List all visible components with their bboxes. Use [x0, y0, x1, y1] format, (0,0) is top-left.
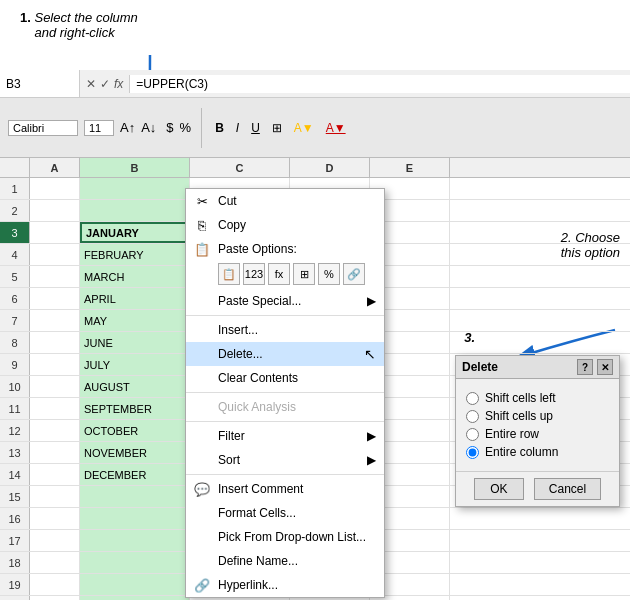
font-color-button[interactable]: A▼ — [323, 120, 349, 136]
sort-label: Sort — [218, 453, 359, 467]
dialog-help-icon[interactable]: ? — [577, 359, 593, 375]
cell-a15[interactable] — [30, 486, 80, 507]
cell-b15[interactable] — [80, 486, 190, 507]
font-name[interactable]: Calibri — [8, 120, 78, 136]
cell-b14[interactable]: DECEMBER — [80, 464, 190, 485]
confirm-icon[interactable]: ✓ — [100, 77, 110, 91]
radio-shift-up[interactable]: Shift cells up — [466, 409, 609, 423]
cell-a14[interactable] — [30, 464, 80, 485]
cut-icon: ✂ — [194, 193, 210, 209]
cell-b3[interactable]: JANUARY — [80, 222, 190, 243]
fx-icon[interactable]: fx — [114, 77, 123, 91]
col-header-e[interactable]: E — [370, 158, 450, 177]
cell-a2[interactable] — [30, 200, 80, 221]
radio-entire-row[interactable]: Entire row — [466, 427, 609, 441]
italic-button[interactable]: I — [233, 120, 242, 136]
clear-contents-label: Clear Contents — [218, 371, 376, 385]
cell-a11[interactable] — [30, 398, 80, 419]
cell-a5[interactable] — [30, 266, 80, 287]
cell-a13[interactable] — [30, 442, 80, 463]
menu-item-insert[interactable]: Insert... — [186, 318, 384, 342]
paste-btn-1[interactable]: 📋 — [218, 263, 240, 285]
paste-btn-2[interactable]: 123 — [243, 263, 265, 285]
radio-entire-row-input[interactable] — [466, 428, 479, 441]
cell-b12[interactable]: OCTOBER — [80, 420, 190, 441]
menu-item-pick-dropdown[interactable]: Pick From Drop-down List... — [186, 525, 384, 549]
menu-item-sort[interactable]: Sort ▶ — [186, 448, 384, 472]
menu-item-clear-contents[interactable]: Clear Contents — [186, 366, 384, 390]
cell-b2[interactable] — [80, 200, 190, 221]
row-number: 5 — [0, 266, 30, 287]
percent-icon[interactable]: % — [180, 120, 192, 135]
cell-a3[interactable] — [30, 222, 80, 243]
comment-icon: 💬 — [194, 481, 210, 497]
menu-item-hyperlink[interactable]: 🔗 Hyperlink... — [186, 573, 384, 597]
menu-item-format-cells[interactable]: Format Cells... — [186, 501, 384, 525]
menu-item-insert-comment[interactable]: 💬 Insert Comment — [186, 477, 384, 501]
col-header-b[interactable]: B — [80, 158, 190, 177]
radio-shift-left[interactable]: Shift cells left — [466, 391, 609, 405]
insert-comment-label: Insert Comment — [218, 482, 376, 496]
radio-entire-column-input[interactable] — [466, 446, 479, 459]
cell-b11[interactable]: SEPTEMBER — [80, 398, 190, 419]
col-header-a[interactable]: A — [30, 158, 80, 177]
radio-shift-up-input[interactable] — [466, 410, 479, 423]
menu-item-delete[interactable]: Delete... ↖ — [186, 342, 384, 366]
paste-btn-5[interactable]: % — [318, 263, 340, 285]
col-header-d[interactable]: D — [290, 158, 370, 177]
paste-btn-4[interactable]: ⊞ — [293, 263, 315, 285]
cell-b8[interactable]: JUNE — [80, 332, 190, 353]
row-number: 13 — [0, 442, 30, 463]
format-icon — [194, 505, 210, 521]
ok-button[interactable]: OK — [474, 478, 524, 500]
cell-a6[interactable] — [30, 288, 80, 309]
cell-a1[interactable] — [30, 178, 80, 199]
formula-input[interactable] — [129, 75, 630, 93]
border-button[interactable]: ⊞ — [269, 120, 285, 136]
row-number: 6 — [0, 288, 30, 309]
cancel-button[interactable]: Cancel — [534, 478, 601, 500]
name-box[interactable]: B3 — [0, 70, 80, 97]
cell-a4[interactable] — [30, 244, 80, 265]
radio-shift-up-label: Shift cells up — [485, 409, 553, 423]
menu-item-define-name[interactable]: Define Name... — [186, 549, 384, 573]
dialog-close-icon[interactable]: ✕ — [597, 359, 613, 375]
grow-font-icon[interactable]: A↑ — [120, 120, 135, 135]
cell-b9[interactable]: JULY — [80, 354, 190, 375]
dollar-icon[interactable]: $ — [166, 120, 173, 135]
step1-line1: Select the column — [34, 10, 137, 25]
paste-btn-3[interactable]: fx — [268, 263, 290, 285]
underline-button[interactable]: U — [248, 120, 263, 136]
menu-item-copy[interactable]: ⎘ Copy — [186, 213, 384, 237]
col-header-c[interactable]: C — [190, 158, 290, 177]
pick-dropdown-label: Pick From Drop-down List... — [218, 530, 376, 544]
menu-item-cut[interactable]: ✂ Cut — [186, 189, 384, 213]
hyperlink-icon: 🔗 — [194, 577, 210, 593]
bold-button[interactable]: B — [212, 120, 227, 136]
cell-a12[interactable] — [30, 420, 80, 441]
radio-entire-column[interactable]: Entire column — [466, 445, 609, 459]
menu-item-filter[interactable]: Filter ▶ — [186, 424, 384, 448]
cell-b13[interactable]: NOVEMBER — [80, 442, 190, 463]
font-size[interactable]: 11 — [84, 120, 114, 136]
cell-b6[interactable]: APRIL — [80, 288, 190, 309]
radio-shift-left-input[interactable] — [466, 392, 479, 405]
cell-a7[interactable] — [30, 310, 80, 331]
cell-a10[interactable] — [30, 376, 80, 397]
cell-b10[interactable]: AUGUST — [80, 376, 190, 397]
cell-a8[interactable] — [30, 332, 80, 353]
cell-b5[interactable]: MARCH — [80, 266, 190, 287]
menu-item-paste-special[interactable]: Paste Special... ▶ — [186, 289, 384, 313]
cancel-icon[interactable]: ✕ — [86, 77, 96, 91]
dialog-buttons: OK Cancel — [456, 471, 619, 506]
dialog-body: Shift cells left Shift cells up Entire r… — [456, 379, 619, 471]
filter-arrow: ▶ — [367, 429, 376, 443]
paste-btn-6[interactable]: 🔗 — [343, 263, 365, 285]
cell-b7[interactable]: MAY — [80, 310, 190, 331]
cell-b1[interactable] — [80, 178, 190, 199]
shrink-font-icon[interactable]: A↓ — [141, 120, 156, 135]
cell-a9[interactable] — [30, 354, 80, 375]
radio-shift-left-label: Shift cells left — [485, 391, 556, 405]
fill-color-button[interactable]: A▼ — [291, 120, 317, 136]
cell-b4[interactable]: FEBRUARY — [80, 244, 190, 265]
